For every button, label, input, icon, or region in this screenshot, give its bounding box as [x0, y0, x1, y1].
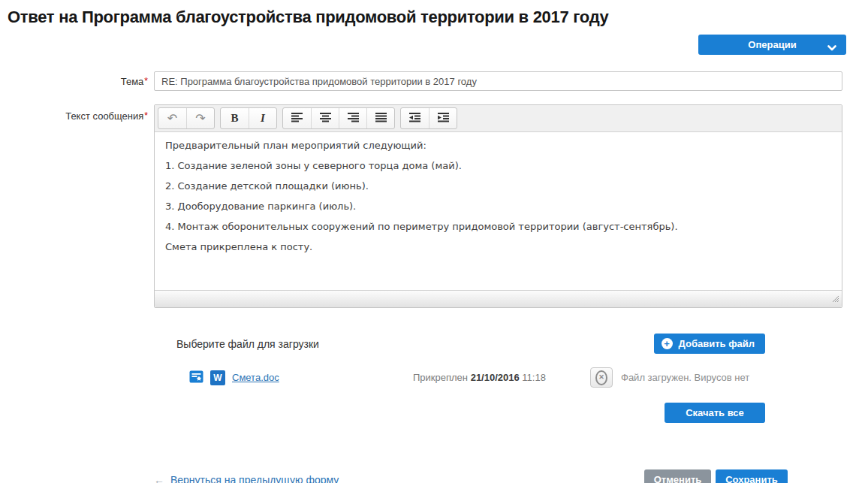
outdent-icon: [409, 113, 420, 125]
align-left-icon: [291, 113, 303, 125]
subject-label: Тема*: [0, 76, 154, 87]
remove-file-button[interactable]: ✕: [590, 367, 613, 388]
save-button[interactable]: Сохранить: [716, 469, 788, 483]
message-paragraph: 1. Создание зеленой зоны у северного тор…: [165, 160, 831, 171]
align-right-button[interactable]: [339, 108, 366, 128]
cancel-button-label: Отменить: [654, 474, 702, 483]
message-paragraph: 4. Монтаж оборонительных сооружений по п…: [165, 221, 831, 232]
bold-icon: B: [231, 112, 238, 125]
reply-form-page: Ответ на Программа благоустройства придо…: [0, 8, 868, 483]
toolbar-group-history: ↶ ↷: [158, 107, 215, 129]
rich-text-editor: ↶ ↷ B I: [154, 104, 842, 308]
outdent-button[interactable]: [401, 108, 429, 128]
align-center-icon: [320, 113, 331, 125]
plus-icon: +: [662, 338, 673, 349]
word-file-icon: W: [210, 370, 225, 385]
attached-date: 21/10/2016: [471, 372, 520, 383]
message-paragraph: Предварительный план мероприятий следующ…: [165, 140, 831, 151]
attached-time: 11:18: [522, 372, 546, 383]
choose-file-label: Выберите файл для загрузки: [176, 338, 319, 350]
add-file-button[interactable]: + Добавить файл: [654, 334, 765, 354]
align-justify-button[interactable]: [366, 108, 394, 128]
message-body-editable[interactable]: Предварительный план мероприятий следующ…: [155, 132, 842, 290]
editor-statusbar: [155, 290, 842, 307]
bold-button[interactable]: B: [221, 108, 249, 128]
subject-input[interactable]: [154, 71, 842, 91]
toolbar-group-style: B I: [220, 107, 277, 129]
required-asterisk: *: [144, 76, 148, 86]
close-icon: ✕: [595, 370, 607, 385]
chevron-down-icon: [827, 42, 836, 53]
toolbar-group-align: [282, 107, 395, 129]
undo-button[interactable]: ↶: [158, 108, 186, 128]
required-asterisk: *: [144, 110, 148, 121]
footer-actions: ← Вернуться на предыдущую форму Отменить…: [154, 469, 788, 483]
attached-meta: Прикреплен 21/10/2016 11:18: [413, 372, 590, 383]
message-paragraph: 3. Дооборудование паркинга (июль).: [165, 201, 831, 212]
operations-button-label: Операции: [748, 39, 796, 50]
upload-header-row: Выберите файл для загрузки + Добавить фа…: [176, 334, 765, 354]
undo-icon: ↶: [167, 113, 177, 125]
indent-icon: [438, 113, 449, 125]
download-all-button[interactable]: Скачать все: [665, 403, 765, 423]
subject-row: Тема*: [0, 71, 868, 91]
back-to-previous-form-link[interactable]: Вернуться на предыдущую форму: [170, 474, 339, 483]
file-link[interactable]: Смета.doc: [232, 372, 279, 383]
italic-icon: I: [261, 112, 265, 125]
attached-file-row: W Смета.doc Прикреплен 21/10/2016 11:18 …: [176, 367, 765, 388]
download-all-label: Скачать все: [686, 407, 744, 418]
message-paragraph: Смета прикреплена к посту.: [165, 241, 831, 252]
certificate-icon: [189, 370, 203, 386]
redo-button[interactable]: ↷: [186, 108, 214, 128]
file-upload-section: Выберите файл для загрузки + Добавить фа…: [176, 334, 765, 423]
arrow-left-icon: ←: [154, 474, 164, 483]
message-row: Текст сообщения* ↶ ↷ B I: [0, 104, 868, 308]
align-left-button[interactable]: [283, 108, 311, 128]
redo-icon: ↷: [195, 113, 205, 125]
message-label: Текст сообщения*: [0, 104, 154, 308]
attached-label: Прикреплен: [413, 372, 468, 383]
page-title: Ответ на Программа благоустройства придо…: [8, 8, 868, 27]
resize-grip-icon[interactable]: [831, 292, 839, 306]
align-center-button[interactable]: [311, 108, 339, 128]
editor-toolbar: ↶ ↷ B I: [155, 105, 842, 132]
indent-button[interactable]: [429, 108, 457, 128]
align-right-icon: [348, 113, 359, 125]
cancel-button[interactable]: Отменить: [644, 469, 711, 483]
operations-row: Операции: [0, 35, 846, 55]
operations-button[interactable]: Операции: [698, 35, 846, 55]
toolbar-group-indent: [400, 107, 457, 129]
add-file-button-label: Добавить файл: [679, 338, 755, 349]
italic-button[interactable]: I: [249, 108, 276, 128]
file-status-text: Файл загружен. Вирусов нет: [621, 372, 749, 383]
align-justify-icon: [375, 113, 387, 125]
download-all-row: Скачать все: [176, 403, 765, 423]
save-button-label: Сохранить: [725, 474, 778, 483]
message-paragraph: 2. Создание детской площадки (июнь).: [165, 180, 831, 192]
